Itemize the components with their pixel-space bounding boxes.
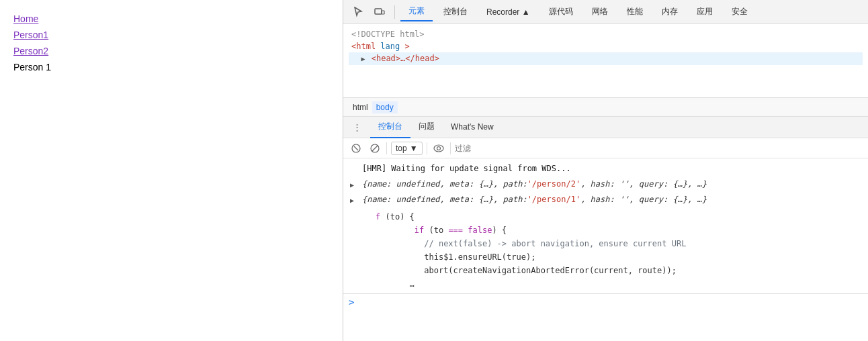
- console-output: [HMR] Waiting for update signal from WDS…: [343, 158, 868, 341]
- elements-panel: <!DOCTYPE html> <html lang > ▶ <head>…</…: [343, 24, 868, 98]
- devtools-panel: 元素 控制台 Recorder ▲ 源代码 网络 性能 内存 应用 安全 <!D…: [343, 0, 868, 341]
- html-tag: <html: [351, 42, 376, 51]
- person1-text: Person 1: [13, 62, 329, 72]
- expand-arrow-1[interactable]: ▶: [350, 179, 354, 191]
- responsive-icon[interactable]: [370, 3, 389, 21]
- filter-bar-divider: [386, 142, 387, 154]
- prompt-arrow: >: [349, 297, 354, 307]
- hmr-text: [HMR] Waiting for update signal from WDS…: [362, 162, 571, 175]
- html-tag-close: >: [405, 42, 410, 51]
- svg-point-7: [437, 146, 440, 150]
- subtab-console[interactable]: 控制台: [370, 117, 410, 138]
- toolbar-divider: [394, 5, 395, 19]
- person1-link[interactable]: Person1: [13, 30, 329, 40]
- code-line-4: this$1.ensureURL(true);: [376, 250, 863, 264]
- devtools-toolbar: 元素 控制台 Recorder ▲ 源代码 网络 性能 内存 应用 安全: [343, 0, 868, 24]
- eye-icon[interactable]: [431, 141, 446, 156]
- filter-input[interactable]: [455, 144, 863, 153]
- svg-line-5: [372, 146, 378, 151]
- html-tag-line[interactable]: <html lang >: [349, 40, 863, 52]
- clear-console-icon[interactable]: [349, 141, 363, 156]
- obj-text-2b: , hash: '', query: {…}, …}: [580, 193, 707, 205]
- context-dropdown-arrow: ▼: [410, 144, 418, 153]
- home-link[interactable]: Home: [13, 13, 329, 24]
- filter-bar-divider2: [427, 142, 427, 154]
- subtab-whatsnew[interactable]: What's New: [443, 117, 502, 138]
- obj-text-1b: , hash: '', query: {…}, …}: [580, 178, 707, 190]
- html-breadcrumb: html body: [343, 98, 868, 117]
- console-prompt: >: [343, 293, 868, 310]
- code-line-1: f (to) {: [376, 210, 863, 224]
- subtab-issues[interactable]: 问题: [410, 117, 443, 138]
- object-line-1[interactable]: ▶ {name: undefined, meta: {…}, path: '/p…: [343, 177, 868, 192]
- code-block: f (to) { if (to === false) { // next(fal…: [343, 207, 868, 293]
- breadcrumb-html[interactable]: html: [349, 101, 372, 113]
- object-line-2[interactable]: ▶ {name: undefined, meta: {…}, path: '/p…: [343, 192, 868, 207]
- hmr-line: [HMR] Waiting for update signal from WDS…: [343, 161, 868, 177]
- code-line-5: abort(createNavigationAbortedError(curre…: [376, 264, 863, 277]
- code-line-6: …: [376, 277, 863, 291]
- doctype-line: <!DOCTYPE html>: [349, 28, 863, 40]
- tab-sources[interactable]: 源代码: [541, 3, 581, 21]
- tab-application[interactable]: 应用: [689, 3, 721, 21]
- console-filter-bar: top ▼: [343, 138, 868, 158]
- svg-line-3: [354, 146, 358, 150]
- tab-network[interactable]: 网络: [584, 3, 616, 21]
- head-tag: <head>…</head>: [372, 54, 439, 63]
- svg-rect-0: [375, 9, 382, 14]
- tab-performance[interactable]: 性能: [619, 3, 651, 21]
- obj-text-1: {name: undefined, meta: {…}, path:: [362, 178, 527, 190]
- tab-memory[interactable]: 内存: [654, 3, 686, 21]
- doctype-text: <!DOCTYPE html>: [351, 30, 424, 39]
- subtab-menu-icon[interactable]: ⋮: [349, 119, 365, 136]
- tab-recorder[interactable]: Recorder ▲: [478, 3, 538, 21]
- svg-rect-1: [382, 11, 384, 14]
- head-triangle[interactable]: ▶: [361, 55, 365, 62]
- cursor-icon[interactable]: [349, 3, 367, 21]
- context-dropdown-label: top: [396, 144, 407, 153]
- tab-console[interactable]: 控制台: [435, 3, 476, 21]
- context-dropdown[interactable]: top ▼: [391, 142, 423, 155]
- tab-security[interactable]: 安全: [724, 3, 756, 21]
- path-text-1: '/person/2': [527, 178, 580, 190]
- code-line-3: // next(false) -> abort navigation, ensu…: [376, 237, 863, 250]
- webpage-panel: Home Person1 Person2 Person 1: [0, 0, 343, 341]
- head-tag-line[interactable]: ▶ <head>…</head>: [349, 52, 863, 65]
- tab-elements[interactable]: 元素: [400, 3, 433, 21]
- html-attr: lang: [380, 42, 400, 51]
- block-icon[interactable]: [367, 141, 382, 156]
- expand-arrow-2[interactable]: ▶: [350, 195, 354, 207]
- breadcrumb-body[interactable]: body: [372, 101, 398, 113]
- svg-point-6: [434, 145, 443, 152]
- console-subtabs: ⋮ 控制台 问题 What's New: [343, 117, 868, 138]
- path-text-2: '/person/1': [527, 193, 580, 205]
- obj-text-2: {name: undefined, meta: {…}, path:: [362, 193, 527, 205]
- person2-link[interactable]: Person2: [13, 46, 329, 56]
- code-line-2: if (to === false) {: [376, 224, 863, 237]
- filter-bar-divider3: [450, 142, 451, 154]
